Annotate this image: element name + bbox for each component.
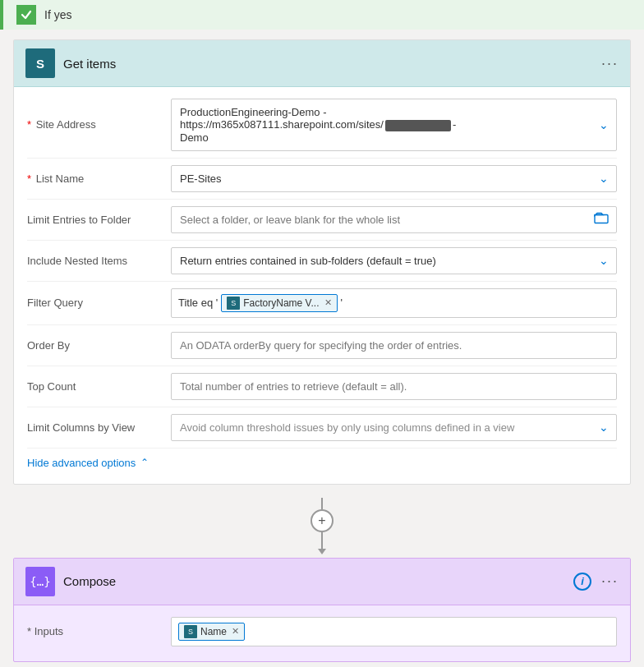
arrow-head-icon [318, 549, 326, 554]
compose-token-label: Name [200, 626, 227, 637]
site-address-field[interactable]: ProductionEngineering-Demo - https://m36… [171, 99, 617, 151]
card-more-options[interactable]: ··· [601, 55, 619, 72]
include-nested-label: Include Nested Items [27, 255, 171, 267]
sharepoint-icon: S [25, 48, 55, 78]
limit-columns-field[interactable]: Avoid column threshold issues by only us… [171, 414, 617, 441]
get-items-card-header: S Get items ··· [14, 40, 630, 87]
compose-token-close[interactable]: ✕ [232, 626, 239, 637]
compose-token[interactable]: S Name ✕ [178, 623, 245, 641]
list-name-row: * List Name PE-Sites ⌄ [27, 159, 617, 200]
info-icon[interactable]: i [573, 573, 591, 591]
compose-inputs-field[interactable]: S Name ✕ [171, 617, 617, 646]
top-count-row: Top Count [27, 366, 617, 407]
site-address-select[interactable]: ProductionEngineering-Demo - https://m36… [171, 99, 617, 151]
compose-card-header: {…} Compose i ··· [14, 559, 630, 605]
limit-columns-row: Limit Columns by View Avoid column thres… [27, 407, 617, 448]
connector-line-top [321, 498, 323, 509]
include-nested-select[interactable]: Return entries contained in sub-folders … [171, 247, 617, 274]
card-header-left: S Get items [25, 48, 116, 78]
token-sharepoint-icon: S [227, 297, 240, 310]
site-address-row: * Site Address ProductionEngineering-Dem… [27, 92, 617, 159]
list-name-field[interactable]: PE-Sites ⌄ [171, 165, 617, 192]
compose-inputs-row: * Inputs S Name ✕ [27, 614, 617, 650]
list-name-select[interactable]: PE-Sites [171, 165, 617, 192]
order-by-row: Order By [27, 325, 617, 366]
limit-entries-input[interactable] [171, 206, 617, 233]
connector-line-bottom [321, 532, 323, 544]
checkmark-icon [16, 5, 36, 25]
filter-prefix: Title eq ' [178, 297, 218, 309]
redacted-text [385, 120, 451, 131]
top-count-input[interactable] [171, 373, 617, 400]
compose-more-options[interactable]: ··· [601, 573, 619, 590]
site-address-line2: https://m365x087111.sharepoint.com/sites… [180, 118, 586, 131]
list-name-label: * List Name [27, 172, 171, 185]
hide-advanced-label: Hide advanced options [27, 457, 136, 469]
get-items-card: S Get items ··· * Site Address Productio… [13, 39, 631, 485]
connector-area: + [0, 494, 644, 558]
limit-entries-row: Limit Entries to Folder [27, 200, 617, 241]
filter-query-field[interactable]: Title eq ' S FactoryName V... ✕ ' [171, 288, 617, 318]
compose-header-right: i ··· [573, 573, 619, 591]
filter-token[interactable]: S FactoryName V... ✕ [221, 294, 337, 312]
add-step-button[interactable]: + [310, 509, 334, 532]
token-label: FactoryName V... [243, 297, 319, 309]
token-close-icon[interactable]: ✕ [324, 297, 332, 308]
limit-columns-select[interactable]: Avoid column threshold issues by only us… [171, 414, 617, 441]
top-count-field[interactable] [171, 373, 617, 400]
chevron-up-icon: ⌃ [140, 457, 149, 468]
if-yes-bar: If yes [0, 0, 644, 30]
site-address-line1: ProductionEngineering-Demo - [180, 106, 586, 118]
site-address-label: * Site Address [27, 118, 171, 131]
compose-header-left: {…} Compose [25, 567, 116, 596]
include-nested-field[interactable]: Return entries contained in sub-folders … [171, 247, 617, 274]
site-address-line3: Demo [180, 131, 586, 144]
card-title: Get items [63, 57, 116, 71]
order-by-label: Order By [27, 339, 171, 352]
compose-body: * Inputs S Name ✕ [14, 605, 630, 661]
form-body: * Site Address ProductionEngineering-Dem… [14, 87, 630, 484]
compose-title: Compose [63, 574, 116, 588]
limit-entries-label: Limit Entries to Folder [27, 214, 171, 226]
if-yes-label: If yes [44, 8, 71, 21]
limit-columns-label: Limit Columns by View [27, 421, 171, 434]
filter-suffix: ' [341, 297, 343, 309]
compose-card: {…} Compose i ··· * Inputs S Name ✕ [13, 558, 631, 662]
compose-token-icon: S [184, 625, 197, 638]
compose-icon: {…} [25, 567, 55, 596]
hide-advanced-options[interactable]: Hide advanced options ⌃ [27, 448, 617, 472]
include-nested-row: Include Nested Items Return entries cont… [27, 241, 617, 282]
filter-query-row: Filter Query Title eq ' S FactoryName V.… [27, 282, 617, 325]
limit-entries-field[interactable] [171, 206, 617, 233]
order-by-field[interactable] [171, 332, 617, 359]
compose-inputs-label: * Inputs [27, 625, 171, 637]
filter-query-label: Filter Query [27, 297, 171, 309]
top-count-label: Top Count [27, 380, 171, 393]
order-by-input[interactable] [171, 332, 617, 359]
filter-query-input[interactable]: Title eq ' S FactoryName V... ✕ ' [171, 288, 617, 318]
